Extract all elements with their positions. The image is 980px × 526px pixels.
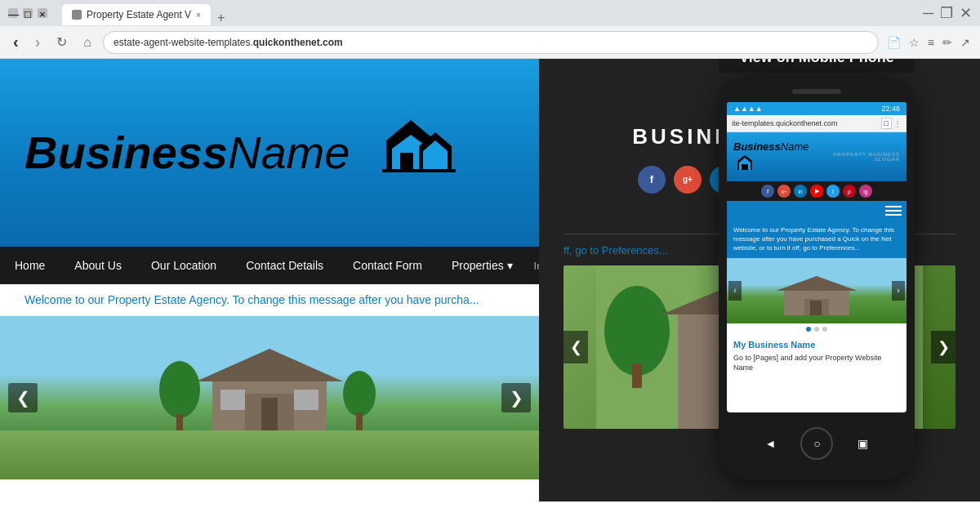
nav-contact-form[interactable]: Contact Form [338,247,437,284]
phone-home-button[interactable]: ○ [800,427,833,460]
restore-icon[interactable]: ❐ [940,4,953,22]
phone-property-silhouette [760,274,874,315]
site-header: BusinessName [0,59,539,247]
phone-body: ▲▲▲▲ 22:46 ite-templates.quickonthenet.c… [719,76,915,479]
back-button[interactable]: ‹ [8,31,24,53]
browser-titlebar: — □ × Property Estate Agent V × + ─ ❐ ✕ [0,0,980,26]
phone-dot-3[interactable] [822,327,827,332]
tab-title: Property Estate Agent V [87,9,191,20]
phone-recent-button[interactable]: ▣ [858,437,868,450]
close-button[interactable]: × [38,8,47,18]
phone-social-gplus[interactable]: g+ [777,185,791,198]
right-carousel-prev[interactable]: ❮ [564,331,588,363]
logo-bold-text: Business [24,130,228,176]
svg-rect-10 [261,398,278,430]
home-button[interactable]: ⌂ [78,33,96,51]
phone-speaker [792,89,841,94]
phone-social-youtube[interactable]: ▶ [810,185,823,198]
phone-house-icon [733,154,756,172]
logo-normal-text: Name [228,130,350,176]
phone-social-facebook[interactable]: f [761,185,774,198]
refresh-button[interactable]: ↻ [51,33,72,51]
nav-our-location[interactable]: Our Location [136,247,231,284]
phone-url-bar[interactable]: ite-templates.quickonthenet.com □ ⋮ [727,115,906,132]
active-tab[interactable]: Property Estate Agent V × [62,4,211,25]
carousel-prev-button[interactable]: ❮ [8,383,38,412]
phone-back-button[interactable]: ◄ [765,437,777,450]
new-tab-button[interactable]: + [211,11,231,25]
website-content: BusinessName [0,59,980,501]
phone-social-pinterest[interactable]: p [843,185,856,198]
restore-button[interactable]: □ [23,8,33,18]
phone-hamburger-menu[interactable] [727,201,906,221]
address-pre: estate-agent-website-templates. [114,37,253,48]
phone-logo-bold: Business [733,140,781,153]
phone-logo: BusinessName [733,139,820,175]
phone-welcome-text: Welcome to our Property Estate Agency. T… [733,225,900,253]
right-carousel-next[interactable]: ❯ [931,331,956,363]
phone-business-name: My Business Name [727,335,906,351]
nav-items-container: Home About Us Our Location Contact Detai… [0,247,539,284]
phone-dot-2[interactable] [814,327,819,332]
nav-properties[interactable]: Properties ▾ [437,247,528,284]
hamburger-icon [885,206,902,216]
house-icon [358,112,456,194]
browser-window: — □ × Property Estate Agent V × + ─ ❐ ✕ … [0,0,980,59]
welcome-bar: Welcome to our Property Estate Agency. T… [0,284,539,316]
tab-close-icon[interactable]: × [196,11,201,20]
reader-button[interactable]: 📄 [885,34,902,51]
phone-carousel-next-btn[interactable]: › [892,281,905,301]
phone-url-icon: □ [881,118,892,129]
property-bg [0,316,539,479]
svg-point-13 [159,361,200,418]
site-main: BusinessName [0,59,539,501]
bookmark-button[interactable]: ☆ [907,34,921,51]
carousel-next-button[interactable]: ❯ [501,383,531,412]
phone-home-icon: ○ [813,437,820,450]
phone-url-menu[interactable]: ⋮ [893,119,902,128]
phone-site-header: BusinessName PROPERTY BUSINESS SLOGAN [727,132,906,181]
mobile-phone-preview: View on Mobile Phone ▲▲▲▲ 22:46 ite-temp… [719,59,915,479]
social-facebook[interactable]: f [638,166,666,194]
nav-home[interactable]: Home [0,247,60,284]
nav-about-us[interactable]: About Us [60,247,136,284]
right-welcome-partial: ff, go to Preferences... [564,244,668,256]
svg-point-18 [604,286,670,376]
minimize-button[interactable]: — [8,8,18,18]
phone-social-twitter[interactable]: t [826,185,840,198]
svg-rect-5 [382,169,456,172]
property-house-silhouette [147,349,392,430]
mobile-preview-label: View on Mobile Phone [719,59,915,73]
phone-carousel-bg [727,258,906,323]
extensions-button[interactable]: ✏ [941,34,954,51]
menu-button[interactable]: ≡ [926,34,936,51]
svg-rect-6 [402,154,412,168]
svg-marker-8 [196,349,343,381]
svg-marker-30 [776,276,858,291]
forward-button[interactable]: › [30,31,46,53]
property-carousel: ❮ ❯ [0,316,539,479]
header-logo-area: BusinessName [0,59,539,247]
hamburger-line-1 [885,206,902,207]
tab-favicon [72,10,82,20]
phone-carousel: ‹ › [727,258,906,323]
logo-text-container: BusinessName [24,130,350,176]
phone-dot-1[interactable] [806,327,811,332]
svg-rect-11 [220,390,245,410]
minimize-icon[interactable]: ─ [923,5,933,22]
phone-carousel-prev-btn[interactable]: ‹ [728,281,742,301]
address-bar[interactable]: estate-agent-website-templates.quickonth… [103,31,879,54]
browser-toolbar: ‹ › ↻ ⌂ estate-agent-website-templates.q… [0,26,980,59]
svg-rect-12 [294,390,318,410]
phone-status-bar: ▲▲▲▲ 22:46 [727,102,906,115]
nav-contact-details[interactable]: Contact Details [231,247,338,284]
phone-screen: ▲▲▲▲ 22:46 ite-templates.quickonthenet.c… [727,102,906,412]
phone-social-instagram[interactable]: ig [859,185,872,198]
svg-rect-32 [810,301,822,315]
social-googleplus[interactable]: g+ [674,166,702,194]
toolbar-icons: 📄 ☆ ≡ ✏ ↗ [885,34,972,51]
window-controls: — □ × [8,8,47,18]
share-button[interactable]: ↗ [959,34,972,51]
phone-social-linkedin[interactable]: in [794,185,807,198]
close-icon[interactable]: ✕ [960,4,972,22]
